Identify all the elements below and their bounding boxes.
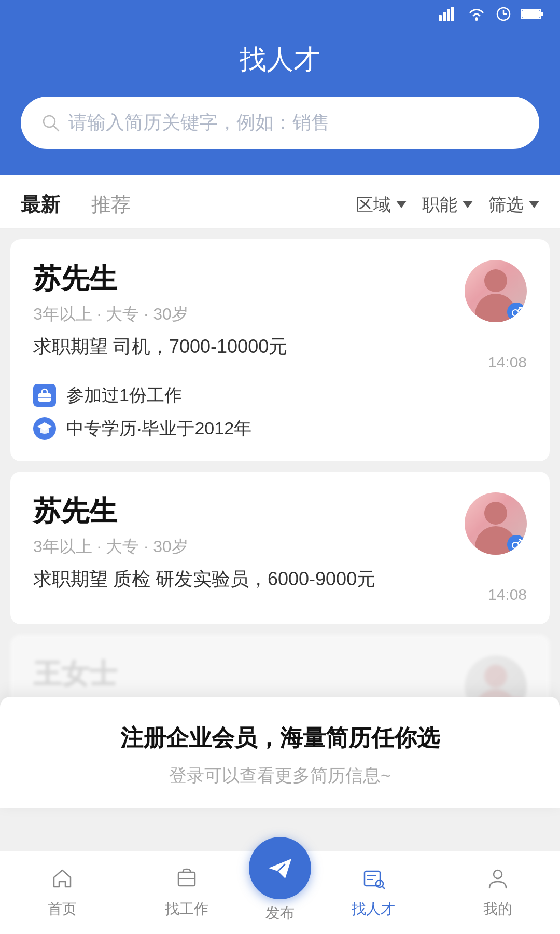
signal-icon xyxy=(439,7,457,25)
nav-find-talent-label: 找人才 xyxy=(352,899,395,919)
region-arrow-icon xyxy=(396,201,407,208)
svg-line-34 xyxy=(382,886,384,888)
card-2-meta: 3年以上 · 大专 · 30岁 xyxy=(33,535,375,558)
svg-point-4 xyxy=(475,18,478,21)
status-bar xyxy=(0,0,560,31)
clock-icon xyxy=(496,6,511,25)
card-2-name: 苏先生 xyxy=(33,492,375,530)
bag-icon xyxy=(33,384,56,407)
candidate-card-1[interactable]: 苏先生 3年以上 · 大专 · 30岁 求职期望 司机，7000-10000元 xyxy=(10,239,550,461)
wifi-icon xyxy=(467,7,486,25)
search-input-placeholder[interactable]: 请输入简历关键字，例如：销售 xyxy=(68,110,330,135)
tab-section: 最新 推荐 区域 职能 筛选 xyxy=(0,175,560,229)
screen-arrow-icon xyxy=(529,201,539,208)
header: 找人才 请输入简历关键字，例如：销售 xyxy=(0,31,560,175)
card-2-header: 苏先生 3年以上 · 大专 · 30岁 求职期望 质检 研发实验员，6000-9… xyxy=(33,492,527,603)
nav-home-label: 首页 xyxy=(48,899,77,919)
filter-group: 区域 职能 筛选 xyxy=(356,193,539,217)
login-overlay: 注册企业会员，海量简历任你选 登录可以查看更多简历信息~ xyxy=(0,697,560,808)
user-icon xyxy=(486,867,509,895)
battery-icon xyxy=(521,7,544,24)
svg-rect-10 xyxy=(541,12,543,16)
graduation-icon xyxy=(33,417,56,440)
card-3-name: 王女士 xyxy=(33,655,117,693)
filter-region[interactable]: 区域 xyxy=(356,193,407,217)
function-arrow-icon xyxy=(463,201,473,208)
tab-recommended[interactable]: 推荐 xyxy=(91,191,131,218)
card-1-education: 中专学历·毕业于2012年 xyxy=(33,417,527,441)
card-2-expect: 求职期望 质检 研发实验员，6000-9000元 xyxy=(33,567,375,592)
svg-rect-9 xyxy=(522,10,540,18)
candidate-card-2[interactable]: 苏先生 3年以上 · 大专 · 30岁 求职期望 质检 研发实验员，6000-9… xyxy=(10,472,550,624)
nav-find-job[interactable]: 找工作 xyxy=(124,867,249,919)
card-1-expect: 求职期望 司机，7000-10000元 xyxy=(33,334,287,360)
find-job-icon xyxy=(175,867,198,895)
card-3-info: 王女士 xyxy=(33,655,117,693)
card-2-right: 14:08 xyxy=(465,492,527,603)
card-2-time: 14:08 xyxy=(488,586,527,603)
svg-point-35 xyxy=(494,870,502,878)
tab-latest[interactable]: 最新 xyxy=(21,191,60,218)
gender-male-2-icon xyxy=(507,535,526,554)
filter-function[interactable]: 职能 xyxy=(422,193,473,217)
nav-mine[interactable]: 我的 xyxy=(436,867,560,919)
svg-rect-30 xyxy=(365,871,380,886)
card-1-name: 苏先生 xyxy=(33,260,287,298)
card-list: 苏先生 3年以上 · 大专 · 30岁 求职期望 司机，7000-10000元 xyxy=(0,239,560,738)
svg-rect-1 xyxy=(443,12,446,21)
card-1-right: 14:08 xyxy=(465,260,527,371)
publish-send-icon xyxy=(264,853,296,884)
gender-male-icon xyxy=(507,303,526,321)
nav-find-job-label: 找工作 xyxy=(165,899,208,919)
search-icon xyxy=(41,114,60,132)
svg-line-12 xyxy=(53,126,59,131)
find-talent-icon xyxy=(362,867,385,895)
card-2-avatar xyxy=(465,492,527,555)
card-1-meta: 3年以上 · 大专 · 30岁 xyxy=(33,303,287,326)
login-title: 注册企业会员，海量简历任你选 xyxy=(21,723,539,753)
card-1-details: 参加过1份工作 中专学历·毕业于2012年 xyxy=(33,383,527,441)
svg-rect-2 xyxy=(447,9,450,21)
search-bar[interactable]: 请输入简历关键字，例如：销售 xyxy=(21,97,539,149)
nav-home[interactable]: 首页 xyxy=(0,867,124,919)
filter-screen[interactable]: 筛选 xyxy=(488,193,539,217)
svg-rect-0 xyxy=(439,15,442,21)
card-1-info: 苏先生 3年以上 · 大专 · 30岁 求职期望 司机，7000-10000元 xyxy=(33,260,287,364)
publish-button[interactable] xyxy=(249,837,311,899)
nav-find-talent[interactable]: 找人才 xyxy=(311,867,436,919)
login-subtitle: 登录可以查看更多简历信息~ xyxy=(21,764,539,788)
card-1-time: 14:08 xyxy=(488,353,527,371)
nav-mine-label: 我的 xyxy=(483,899,512,919)
nav-publish-label: 发布 xyxy=(265,903,295,923)
svg-rect-3 xyxy=(451,7,454,21)
card-1-avatar xyxy=(465,260,527,322)
home-icon xyxy=(51,867,74,895)
page-title: 找人才 xyxy=(21,42,539,78)
card-1-header: 苏先生 3年以上 · 大专 · 30岁 求职期望 司机，7000-10000元 xyxy=(33,260,527,371)
card-1-work-exp: 参加过1份工作 xyxy=(33,383,527,407)
nav-publish[interactable]: 发布 xyxy=(249,863,311,923)
card-2-info: 苏先生 3年以上 · 大专 · 30岁 求职期望 质检 研发实验员，6000-9… xyxy=(33,492,375,596)
bottom-nav: 首页 找工作 发布 xyxy=(0,851,560,934)
